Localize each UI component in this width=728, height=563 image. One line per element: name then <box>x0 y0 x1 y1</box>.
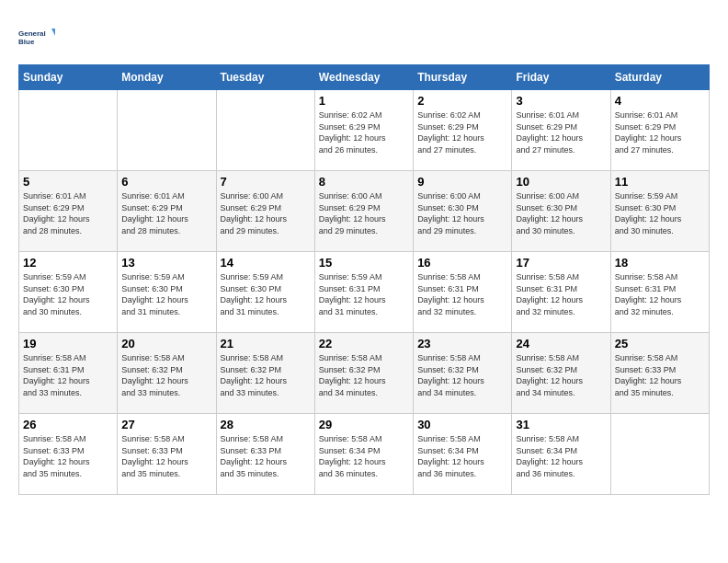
weekday-header: Thursday <box>414 65 512 90</box>
calendar-cell: 27Sunrise: 5:58 AMSunset: 6:33 PMDayligh… <box>118 414 216 495</box>
weekday-header: Saturday <box>610 65 709 90</box>
weekday-header: Sunday <box>19 65 118 90</box>
calendar-cell: 22Sunrise: 5:58 AMSunset: 6:32 PMDayligh… <box>314 333 413 414</box>
calendar-table: SundayMondayTuesdayWednesdayThursdayFrid… <box>18 64 710 495</box>
day-info: Sunrise: 5:58 AMSunset: 6:34 PMDaylight:… <box>417 433 507 479</box>
weekday-header: Wednesday <box>314 65 413 90</box>
day-info: Sunrise: 6:01 AMSunset: 6:29 PMDaylight:… <box>615 109 705 155</box>
calendar-cell <box>216 90 314 171</box>
day-number: 6 <box>121 175 211 189</box>
day-number: 8 <box>319 175 409 189</box>
calendar-cell: 14Sunrise: 5:59 AMSunset: 6:30 PMDayligh… <box>216 252 314 333</box>
svg-text:General: General <box>18 29 46 38</box>
calendar-week-row: 1Sunrise: 6:02 AMSunset: 6:29 PMDaylight… <box>19 90 710 171</box>
day-number: 10 <box>516 175 606 189</box>
day-info: Sunrise: 5:59 AMSunset: 6:30 PMDaylight:… <box>221 271 311 317</box>
day-number: 30 <box>417 418 507 431</box>
day-info: Sunrise: 6:02 AMSunset: 6:29 PMDaylight:… <box>417 109 507 155</box>
day-info: Sunrise: 5:58 AMSunset: 6:33 PMDaylight:… <box>615 352 705 398</box>
calendar-cell: 20Sunrise: 5:58 AMSunset: 6:32 PMDayligh… <box>118 333 216 414</box>
calendar-cell: 2Sunrise: 6:02 AMSunset: 6:29 PMDaylight… <box>414 90 512 171</box>
calendar-cell: 23Sunrise: 5:58 AMSunset: 6:32 PMDayligh… <box>414 333 512 414</box>
calendar-cell: 29Sunrise: 5:58 AMSunset: 6:34 PMDayligh… <box>314 414 413 495</box>
day-info: Sunrise: 5:59 AMSunset: 6:31 PMDaylight:… <box>319 271 409 317</box>
calendar-week-row: 26Sunrise: 5:58 AMSunset: 6:33 PMDayligh… <box>19 414 710 495</box>
day-number: 1 <box>319 94 409 108</box>
day-info: Sunrise: 5:58 AMSunset: 6:31 PMDaylight:… <box>417 271 507 317</box>
calendar-cell: 6Sunrise: 6:01 AMSunset: 6:29 PMDaylight… <box>118 171 216 252</box>
calendar-cell: 1Sunrise: 6:02 AMSunset: 6:29 PMDaylight… <box>314 90 413 171</box>
day-info: Sunrise: 5:58 AMSunset: 6:32 PMDaylight:… <box>319 352 409 398</box>
calendar-cell: 9Sunrise: 6:00 AMSunset: 6:30 PMDaylight… <box>414 171 512 252</box>
day-info: Sunrise: 5:59 AMSunset: 6:30 PMDaylight:… <box>23 271 113 317</box>
day-info: Sunrise: 5:58 AMSunset: 6:31 PMDaylight:… <box>23 352 113 398</box>
day-number: 3 <box>516 94 606 108</box>
day-number: 7 <box>221 175 311 189</box>
calendar-week-row: 12Sunrise: 5:59 AMSunset: 6:30 PMDayligh… <box>19 252 710 333</box>
calendar-cell: 28Sunrise: 5:58 AMSunset: 6:33 PMDayligh… <box>216 414 314 495</box>
calendar-header-row: SundayMondayTuesdayWednesdayThursdayFrid… <box>19 65 710 90</box>
day-info: Sunrise: 6:00 AMSunset: 6:30 PMDaylight:… <box>516 190 606 236</box>
day-number: 11 <box>615 175 705 189</box>
calendar-week-row: 5Sunrise: 6:01 AMSunset: 6:29 PMDaylight… <box>19 171 710 252</box>
day-number: 22 <box>319 337 409 350</box>
day-info: Sunrise: 5:58 AMSunset: 6:33 PMDaylight:… <box>23 433 113 479</box>
calendar-cell: 19Sunrise: 5:58 AMSunset: 6:31 PMDayligh… <box>19 333 118 414</box>
day-number: 28 <box>221 418 311 431</box>
day-info: Sunrise: 5:58 AMSunset: 6:33 PMDaylight:… <box>221 433 311 479</box>
calendar-cell: 12Sunrise: 5:59 AMSunset: 6:30 PMDayligh… <box>19 252 118 333</box>
calendar-cell: 13Sunrise: 5:59 AMSunset: 6:30 PMDayligh… <box>118 252 216 333</box>
day-number: 27 <box>121 418 211 431</box>
calendar-cell: 8Sunrise: 6:00 AMSunset: 6:29 PMDaylight… <box>314 171 413 252</box>
calendar-cell: 30Sunrise: 5:58 AMSunset: 6:34 PMDayligh… <box>414 414 512 495</box>
day-info: Sunrise: 5:58 AMSunset: 6:31 PMDaylight:… <box>516 271 606 317</box>
logo-icon: General Blue <box>18 18 55 55</box>
day-number: 21 <box>221 337 311 350</box>
day-number: 20 <box>121 337 211 350</box>
day-info: Sunrise: 5:58 AMSunset: 6:32 PMDaylight:… <box>417 352 507 398</box>
day-info: Sunrise: 6:01 AMSunset: 6:29 PMDaylight:… <box>23 190 113 236</box>
day-number: 29 <box>319 418 409 431</box>
calendar-cell: 4Sunrise: 6:01 AMSunset: 6:29 PMDaylight… <box>610 90 709 171</box>
day-info: Sunrise: 5:58 AMSunset: 6:31 PMDaylight:… <box>615 271 705 317</box>
day-number: 23 <box>417 337 507 350</box>
calendar-cell: 31Sunrise: 5:58 AMSunset: 6:34 PMDayligh… <box>512 414 610 495</box>
day-number: 24 <box>516 337 606 350</box>
calendar-cell: 17Sunrise: 5:58 AMSunset: 6:31 PMDayligh… <box>512 252 610 333</box>
day-info: Sunrise: 5:58 AMSunset: 6:32 PMDaylight:… <box>221 352 311 398</box>
day-number: 4 <box>615 94 705 108</box>
day-number: 19 <box>23 337 113 350</box>
calendar-cell: 15Sunrise: 5:59 AMSunset: 6:31 PMDayligh… <box>314 252 413 333</box>
day-number: 16 <box>417 256 507 270</box>
svg-marker-2 <box>51 29 55 36</box>
day-number: 13 <box>121 256 211 270</box>
day-info: Sunrise: 6:01 AMSunset: 6:29 PMDaylight:… <box>121 190 211 236</box>
calendar-cell: 25Sunrise: 5:58 AMSunset: 6:33 PMDayligh… <box>610 333 709 414</box>
day-info: Sunrise: 5:58 AMSunset: 6:34 PMDaylight:… <box>516 433 606 479</box>
calendar-cell: 21Sunrise: 5:58 AMSunset: 6:32 PMDayligh… <box>216 333 314 414</box>
day-number: 15 <box>319 256 409 270</box>
day-number: 17 <box>516 256 606 270</box>
calendar-cell: 10Sunrise: 6:00 AMSunset: 6:30 PMDayligh… <box>512 171 610 252</box>
day-info: Sunrise: 6:01 AMSunset: 6:29 PMDaylight:… <box>516 109 606 155</box>
day-info: Sunrise: 5:58 AMSunset: 6:32 PMDaylight:… <box>121 352 211 398</box>
page-header: General Blue <box>18 18 710 55</box>
calendar-cell: 3Sunrise: 6:01 AMSunset: 6:29 PMDaylight… <box>512 90 610 171</box>
day-number: 5 <box>23 175 113 189</box>
day-info: Sunrise: 5:58 AMSunset: 6:34 PMDaylight:… <box>319 433 409 479</box>
calendar-cell: 24Sunrise: 5:58 AMSunset: 6:32 PMDayligh… <box>512 333 610 414</box>
day-number: 25 <box>615 337 705 350</box>
calendar-week-row: 19Sunrise: 5:58 AMSunset: 6:31 PMDayligh… <box>19 333 710 414</box>
calendar-cell: 18Sunrise: 5:58 AMSunset: 6:31 PMDayligh… <box>610 252 709 333</box>
day-info: Sunrise: 6:00 AMSunset: 6:29 PMDaylight:… <box>221 190 311 236</box>
day-number: 14 <box>221 256 311 270</box>
svg-text:Blue: Blue <box>18 38 35 46</box>
day-info: Sunrise: 5:58 AMSunset: 6:33 PMDaylight:… <box>121 433 211 479</box>
day-number: 2 <box>417 94 507 108</box>
weekday-header: Friday <box>512 65 610 90</box>
day-info: Sunrise: 6:02 AMSunset: 6:29 PMDaylight:… <box>319 109 409 155</box>
day-info: Sunrise: 5:59 AMSunset: 6:30 PMDaylight:… <box>615 190 705 236</box>
weekday-header: Tuesday <box>216 65 314 90</box>
day-number: 31 <box>516 418 606 431</box>
calendar-cell: 5Sunrise: 6:01 AMSunset: 6:29 PMDaylight… <box>19 171 118 252</box>
